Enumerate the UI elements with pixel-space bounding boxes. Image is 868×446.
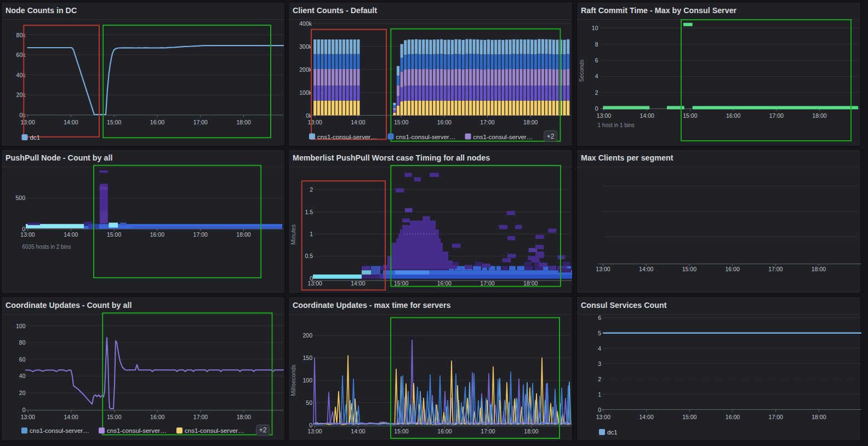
- svg-text:+2: +2: [259, 426, 267, 434]
- svg-text:15:00: 15:00: [107, 414, 121, 420]
- svg-text:16:00: 16:00: [150, 414, 164, 420]
- svg-text:40k: 40k: [16, 72, 26, 78]
- svg-text:17:00: 17:00: [193, 414, 208, 420]
- svg-text:16:00: 16:00: [150, 119, 164, 125]
- svg-text:16:00: 16:00: [725, 266, 739, 272]
- svg-text:14:00: 14:00: [640, 112, 654, 119]
- svg-text:14:00: 14:00: [64, 231, 78, 238]
- svg-text:13:00: 13:00: [308, 280, 322, 287]
- svg-text:17:00: 17:00: [769, 112, 784, 119]
- svg-text:14:00: 14:00: [64, 414, 78, 420]
- svg-text:13:00: 13:00: [21, 414, 35, 420]
- svg-text:18:00: 18:00: [236, 231, 250, 238]
- svg-text:80k: 80k: [16, 32, 26, 38]
- svg-text:14:00: 14:00: [639, 266, 653, 272]
- svg-text:14:00: 14:00: [351, 280, 365, 287]
- svg-text:0.5: 0.5: [305, 253, 313, 259]
- svg-text:150: 150: [302, 354, 312, 361]
- svg-text:6: 6: [595, 57, 598, 64]
- svg-text:17:00: 17:00: [768, 266, 783, 272]
- svg-text:20k: 20k: [16, 92, 26, 98]
- svg-text:50: 50: [306, 399, 312, 406]
- svg-text:4: 4: [595, 73, 598, 79]
- svg-text:6035 hosts in 2 bins: 6035 hosts in 2 bins: [22, 244, 71, 250]
- svg-text:200: 200: [302, 332, 312, 339]
- svg-text:2: 2: [598, 376, 601, 382]
- svg-text:4: 4: [598, 345, 601, 352]
- svg-text:cns1-consul-server…: cns1-consul-server…: [317, 134, 377, 140]
- svg-text:60: 60: [19, 356, 26, 363]
- svg-text:200k: 200k: [299, 66, 312, 73]
- svg-text:16:00: 16:00: [150, 231, 164, 238]
- svg-text:18:00: 18:00: [523, 119, 538, 125]
- svg-text:18:00: 18:00: [812, 414, 826, 420]
- svg-text:1: 1: [310, 231, 313, 237]
- svg-text:10: 10: [592, 25, 598, 31]
- svg-text:13:00: 13:00: [597, 112, 611, 119]
- svg-text:60k: 60k: [16, 52, 26, 58]
- svg-text:17:00: 17:00: [480, 280, 494, 287]
- svg-text:cns1-consul-server…: cns1-consul-server…: [396, 134, 456, 140]
- svg-text:13:00: 13:00: [596, 414, 610, 420]
- svg-text:18:00: 18:00: [812, 266, 826, 272]
- svg-text:14:00: 14:00: [639, 414, 653, 420]
- svg-text:16:00: 16:00: [437, 428, 452, 434]
- svg-text:17:00: 17:00: [193, 231, 208, 238]
- svg-text:14:00: 14:00: [64, 119, 78, 125]
- svg-text:15:00: 15:00: [394, 119, 408, 125]
- svg-text:18:00: 18:00: [237, 414, 251, 420]
- svg-text:17:00: 17:00: [769, 414, 783, 420]
- svg-text:17:00: 17:00: [480, 119, 494, 125]
- svg-text:15:00: 15:00: [682, 414, 696, 420]
- svg-text:1: 1: [598, 391, 601, 398]
- svg-text:Seconds: Seconds: [578, 60, 585, 82]
- svg-text:100k: 100k: [299, 89, 312, 96]
- svg-text:15:00: 15:00: [682, 266, 696, 272]
- svg-text:15:00: 15:00: [394, 280, 408, 287]
- svg-text:Milliseconds: Milliseconds: [290, 364, 296, 396]
- svg-text:100: 100: [16, 323, 26, 329]
- svg-text:17:00: 17:00: [193, 119, 208, 125]
- svg-text:0: 0: [598, 407, 601, 413]
- svg-text:3: 3: [598, 361, 601, 367]
- svg-text:15:00: 15:00: [683, 112, 697, 119]
- svg-text:13:00: 13:00: [596, 266, 610, 272]
- svg-text:2: 2: [310, 186, 313, 193]
- svg-text:15:00: 15:00: [107, 231, 121, 238]
- svg-text:14:00: 14:00: [351, 428, 365, 434]
- svg-text:17:00: 17:00: [481, 428, 495, 434]
- svg-text:cns1-consul-server…: cns1-consul-server…: [30, 427, 89, 434]
- svg-text:18:00: 18:00: [812, 112, 826, 119]
- svg-text:5: 5: [598, 330, 601, 336]
- svg-text:dc1: dc1: [30, 134, 41, 141]
- svg-text:6: 6: [598, 315, 601, 321]
- svg-text:16:00: 16:00: [437, 119, 452, 125]
- svg-text:2: 2: [595, 89, 598, 96]
- svg-text:16:00: 16:00: [726, 414, 740, 420]
- svg-text:1.5: 1.5: [305, 209, 313, 215]
- svg-text:dc1: dc1: [607, 429, 618, 436]
- svg-text:15:00: 15:00: [394, 428, 408, 434]
- svg-text:13:00: 13:00: [308, 119, 322, 125]
- svg-text:300k: 300k: [299, 43, 312, 50]
- svg-text:14:00: 14:00: [351, 119, 365, 125]
- svg-text:+2: +2: [547, 133, 555, 140]
- svg-text:8: 8: [595, 41, 598, 48]
- svg-text:400k: 400k: [299, 20, 312, 27]
- svg-text:80: 80: [19, 339, 26, 346]
- svg-text:cns1-consul-server…: cns1-consul-server…: [473, 134, 533, 140]
- svg-text:0: 0: [595, 105, 598, 112]
- svg-text:15:00: 15:00: [107, 119, 121, 125]
- svg-text:20: 20: [19, 390, 26, 396]
- svg-text:500: 500: [15, 195, 25, 201]
- svg-text:40: 40: [19, 373, 26, 379]
- svg-text:cns1-consul-server…: cns1-consul-server…: [107, 427, 167, 434]
- svg-text:100: 100: [302, 377, 312, 384]
- svg-text:0k: 0k: [19, 112, 26, 118]
- svg-text:1 host in 1 bins: 1 host in 1 bins: [598, 122, 635, 128]
- svg-text:cns1-consul-server…: cns1-consul-server…: [185, 427, 244, 434]
- svg-text:13:00: 13:00: [20, 119, 35, 125]
- svg-text:16:00: 16:00: [437, 280, 452, 287]
- svg-text:18:00: 18:00: [524, 428, 538, 434]
- svg-text:13:00: 13:00: [307, 428, 322, 434]
